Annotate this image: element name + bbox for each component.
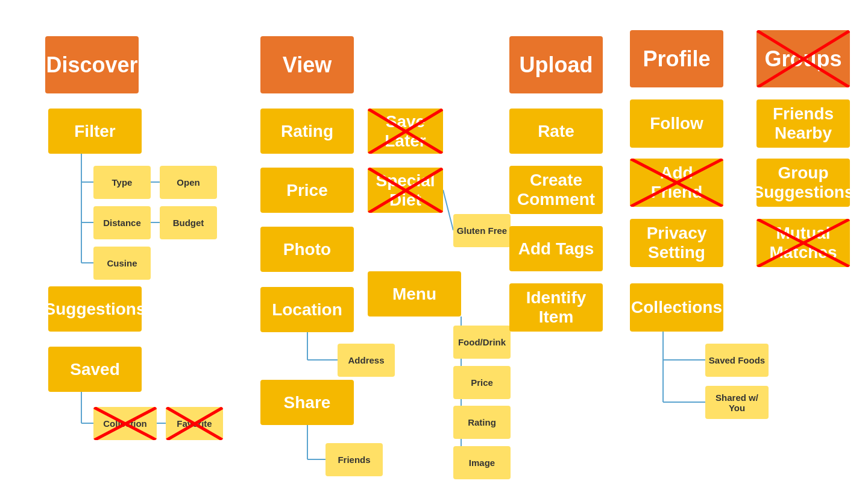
collections-node[interactable]: Collections bbox=[630, 283, 723, 332]
add_friend-node[interactable]: Add Friend bbox=[630, 159, 723, 207]
identify_item-node[interactable]: Identify Item bbox=[509, 283, 603, 332]
create_comment-node[interactable]: Create Comment bbox=[509, 166, 603, 214]
filter-node[interactable]: Filter bbox=[48, 109, 142, 154]
special_diet-node[interactable]: Special Diet bbox=[368, 168, 443, 213]
shared_with_you-node[interactable]: Shared w/ You bbox=[705, 386, 769, 419]
save_later-node[interactable]: Save Later bbox=[368, 109, 443, 154]
profile-node[interactable]: Profile bbox=[630, 30, 723, 87]
friends_share-node[interactable]: Friends bbox=[326, 443, 383, 476]
budget-node[interactable]: Budget bbox=[160, 206, 217, 239]
view-node[interactable]: View bbox=[260, 36, 354, 93]
menu_price-node[interactable]: Price bbox=[453, 366, 511, 399]
canvas: DiscoverFilterTypeOpenDistanceBudgetCusi… bbox=[0, 0, 868, 504]
share-node[interactable]: Share bbox=[260, 380, 354, 425]
image-node[interactable]: Image bbox=[453, 446, 511, 479]
discover-node[interactable]: Discover bbox=[45, 36, 139, 93]
mutual_matches-node[interactable]: Mutual Matches bbox=[756, 219, 850, 267]
follow-node[interactable]: Follow bbox=[630, 99, 723, 148]
location-node[interactable]: Location bbox=[260, 287, 354, 332]
gluten_free-node[interactable]: Gluten Free bbox=[453, 214, 511, 247]
privacy_setting-node[interactable]: Privacy Setting bbox=[630, 219, 723, 267]
saved_foods-node[interactable]: Saved Foods bbox=[705, 344, 769, 377]
type-node[interactable]: Type bbox=[93, 166, 151, 199]
rating-node[interactable]: Rating bbox=[260, 109, 354, 154]
add_tags-node[interactable]: Add Tags bbox=[509, 226, 603, 271]
friends_nearby-node[interactable]: Friends Nearby bbox=[756, 99, 850, 148]
collection-node[interactable]: Collection bbox=[93, 407, 157, 440]
groups-node[interactable]: Groups bbox=[756, 30, 850, 87]
cusine-node[interactable]: Cusine bbox=[93, 247, 151, 280]
distance-node[interactable]: Distance bbox=[93, 206, 151, 239]
svg-line-11 bbox=[443, 190, 453, 230]
group_suggestions-node[interactable]: Group Suggestions bbox=[756, 159, 850, 207]
saved-node[interactable]: Saved bbox=[48, 347, 142, 392]
menu_rating-node[interactable]: Rating bbox=[453, 406, 511, 439]
menu-node[interactable]: Menu bbox=[368, 271, 461, 317]
open-node[interactable]: Open bbox=[160, 166, 217, 199]
price-node[interactable]: Price bbox=[260, 168, 354, 213]
address-node[interactable]: Address bbox=[338, 344, 395, 377]
photo-node[interactable]: Photo bbox=[260, 227, 354, 272]
favorite-node[interactable]: Favorite bbox=[166, 407, 223, 440]
rate-node[interactable]: Rate bbox=[509, 109, 603, 154]
upload-node[interactable]: Upload bbox=[509, 36, 603, 93]
food_drink-node[interactable]: Food/Drink bbox=[453, 326, 511, 359]
suggestions-node[interactable]: Suggestions bbox=[48, 286, 142, 332]
